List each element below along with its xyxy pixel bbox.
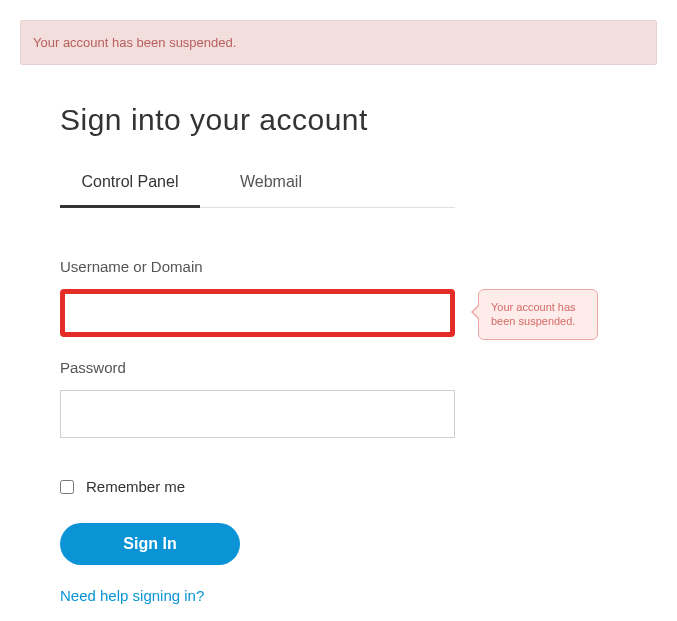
username-input-wrap: Your account has been suspended. bbox=[60, 289, 455, 337]
remember-checkbox[interactable] bbox=[60, 480, 74, 494]
help-link-text: Need help signing in? bbox=[60, 587, 204, 604]
error-tooltip-text: Your account has been suspended. bbox=[491, 301, 576, 327]
error-banner-text: Your account has been suspended. bbox=[33, 35, 236, 50]
password-group: Password bbox=[60, 359, 657, 438]
remember-row: Remember me bbox=[60, 478, 657, 495]
username-label: Username or Domain bbox=[60, 258, 657, 275]
signin-button[interactable]: Sign In bbox=[60, 523, 240, 565]
tab-webmail[interactable]: Webmail bbox=[200, 173, 302, 207]
tab-bar: Control Panel Webmail bbox=[60, 173, 455, 208]
signin-button-label: Sign In bbox=[123, 535, 176, 552]
error-tooltip: Your account has been suspended. bbox=[478, 289, 598, 340]
tab-control-panel-label: Control Panel bbox=[82, 173, 179, 190]
username-input[interactable] bbox=[60, 289, 455, 337]
tab-webmail-label: Webmail bbox=[240, 173, 302, 190]
error-banner: Your account has been suspended. bbox=[20, 20, 657, 65]
password-label: Password bbox=[60, 359, 657, 376]
signin-form-container: Sign into your account Control Panel Web… bbox=[20, 103, 657, 605]
remember-label: Remember me bbox=[86, 478, 185, 495]
tab-control-panel[interactable]: Control Panel bbox=[60, 173, 200, 208]
username-group: Username or Domain Your account has been… bbox=[60, 258, 657, 337]
page-title: Sign into your account bbox=[60, 103, 657, 137]
help-link[interactable]: Need help signing in? bbox=[60, 587, 204, 604]
password-input[interactable] bbox=[60, 390, 455, 438]
